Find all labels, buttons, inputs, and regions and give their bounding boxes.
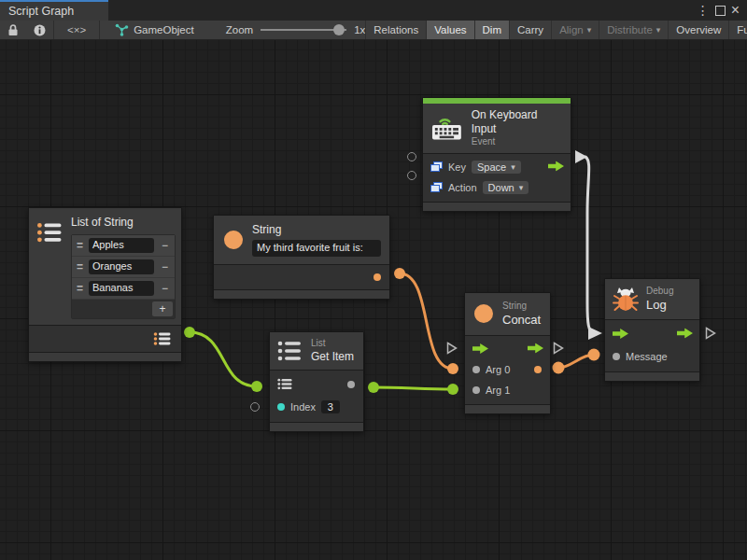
- index-value-field[interactable]: 3: [321, 400, 340, 413]
- arg1-input-port[interactable]: [472, 386, 480, 394]
- flow-output-port[interactable]: [548, 161, 564, 173]
- node-string-literal[interactable]: String My third favorite fruit is:: [213, 215, 390, 300]
- arg0-input-port[interactable]: [472, 366, 480, 373]
- carry-button[interactable]: Carry: [509, 21, 551, 39]
- kebab-menu-icon[interactable]: ⋮: [697, 4, 710, 17]
- code-icon: <×>: [67, 24, 86, 35]
- zoom-slider-handle[interactable]: [333, 24, 345, 35]
- info-icon: [34, 24, 46, 36]
- node-list-of-string[interactable]: List of String = Apples − = Oranges − = …: [28, 207, 182, 362]
- chevron-down-icon: ▾: [656, 25, 661, 35]
- fullscreen-button[interactable]: Full Screen: [728, 21, 747, 39]
- info-button[interactable]: [26, 21, 53, 39]
- key-dropdown[interactable]: Space ▾: [472, 161, 521, 174]
- list-input-row: [270, 373, 363, 396]
- node-debug-log[interactable]: Debug Log Message: [604, 278, 700, 382]
- arg1-row: Arg 1: [465, 380, 550, 400]
- node-get-item[interactable]: List Get Item Index 3: [269, 331, 364, 432]
- zoom-value: 1x: [354, 24, 365, 35]
- dim-button[interactable]: Dim: [474, 21, 509, 39]
- bug-icon: [613, 287, 639, 312]
- node-footer: [465, 404, 550, 413]
- list-item-row: = Oranges −: [72, 257, 175, 278]
- chevron-down-icon: ▾: [511, 162, 515, 172]
- node-category: Debug: [646, 286, 673, 298]
- string-output-port[interactable]: [374, 273, 381, 281]
- unconnected-input-port[interactable]: [250, 402, 260, 412]
- node-on-keyboard-input[interactable]: On Keyboard Input Event Key Space ▾ Acti…: [422, 97, 571, 212]
- node-footer: [214, 289, 389, 299]
- flow-output-port[interactable]: [677, 328, 693, 340]
- list-item-field[interactable]: Bananas: [89, 281, 154, 296]
- overview-button[interactable]: Overview: [668, 21, 728, 39]
- drag-handle-icon[interactable]: =: [74, 282, 86, 296]
- align-dropdown[interactable]: Align▾: [551, 21, 599, 39]
- item-output-port[interactable]: [347, 381, 355, 388]
- drag-handle-icon[interactable]: =: [74, 260, 86, 274]
- arg0-row: Arg 0: [465, 359, 550, 380]
- result-output-port[interactable]: [534, 366, 542, 373]
- message-label: Message: [626, 351, 668, 362]
- list-add-row: +: [72, 300, 175, 318]
- index-port-row: Index 3: [270, 396, 363, 418]
- zoom-control: Zoom 1x: [226, 21, 366, 39]
- values-button[interactable]: Values: [426, 21, 473, 39]
- node-title: On Keyboard Input: [472, 108, 562, 136]
- flow-row: [605, 323, 699, 345]
- node-title: Log: [646, 298, 673, 313]
- key-label: Key: [448, 161, 466, 173]
- tab-title: Script Graph: [8, 5, 74, 18]
- drag-handle-icon[interactable]: =: [74, 239, 86, 253]
- string-value-field[interactable]: My third favorite fruit is:: [252, 240, 381, 257]
- index-label: Index: [290, 401, 316, 413]
- node-footer: [29, 352, 181, 361]
- node-category: List: [311, 338, 354, 350]
- unconnected-flow-output[interactable]: [705, 327, 716, 340]
- flow-arrow-icon: [528, 343, 543, 353]
- unconnected-flow-input[interactable]: [446, 342, 458, 355]
- graph-toolbar: <×> GameObject Zoom 1x Relations Values …: [0, 21, 747, 40]
- add-item-button[interactable]: +: [152, 301, 173, 316]
- unconnected-input-port[interactable]: [407, 152, 416, 161]
- message-input-port[interactable]: [613, 353, 620, 360]
- flow-input-port[interactable]: [613, 329, 628, 339]
- code-view-button[interactable]: <×>: [54, 21, 99, 39]
- list-item-field[interactable]: Oranges: [89, 259, 154, 274]
- action-dropdown[interactable]: Down ▾: [483, 181, 529, 194]
- flow-input-port[interactable]: [472, 343, 488, 354]
- node-footer: [605, 371, 699, 381]
- chevron-down-icon: ▾: [587, 25, 592, 35]
- unconnected-flow-output[interactable]: [553, 342, 564, 355]
- graph-owner[interactable]: GameObject: [115, 21, 194, 39]
- zoom-slider[interactable]: [261, 29, 346, 31]
- enum-icon: [430, 161, 443, 173]
- tab-script-graph[interactable]: Script Graph: [0, 0, 108, 21]
- list-output-port[interactable]: [153, 331, 172, 350]
- list-editor: = Apples − = Oranges − = Bananas − +: [71, 234, 176, 319]
- index-input-port[interactable]: [277, 403, 285, 411]
- distribute-dropdown[interactable]: Distribute▾: [599, 21, 668, 39]
- remove-item-button[interactable]: −: [157, 282, 173, 296]
- list-item-field[interactable]: Apples: [89, 238, 154, 253]
- maximize-icon[interactable]: [715, 6, 726, 16]
- arg1-label: Arg 1: [486, 385, 510, 396]
- list-item-row: = Apples −: [72, 235, 175, 257]
- node-title: List of String: [71, 216, 176, 230]
- flow-arrow-icon: [548, 161, 564, 171]
- toolbar-separator: [99, 21, 100, 39]
- remove-item-button[interactable]: −: [157, 239, 173, 253]
- window-controls: ⋮ ×: [697, 0, 747, 21]
- close-icon[interactable]: ×: [731, 3, 740, 18]
- relations-button[interactable]: Relations: [365, 21, 426, 39]
- keyboard-icon: [431, 114, 464, 142]
- enum-icon: [430, 182, 443, 193]
- flow-output-port[interactable]: [528, 343, 543, 355]
- node-title: Get Item: [311, 350, 354, 364]
- toolbar-buttons: Relations Values Dim Carry Align▾ Distri…: [365, 21, 747, 39]
- key-port-row: Key Space ▾: [423, 157, 571, 177]
- chevron-down-icon: ▾: [519, 183, 524, 192]
- node-concat[interactable]: String Concat Arg 0 Arg 1: [464, 292, 551, 414]
- unconnected-input-port[interactable]: [407, 171, 416, 180]
- remove-item-button[interactable]: −: [157, 260, 173, 274]
- lock-button[interactable]: [0, 21, 26, 39]
